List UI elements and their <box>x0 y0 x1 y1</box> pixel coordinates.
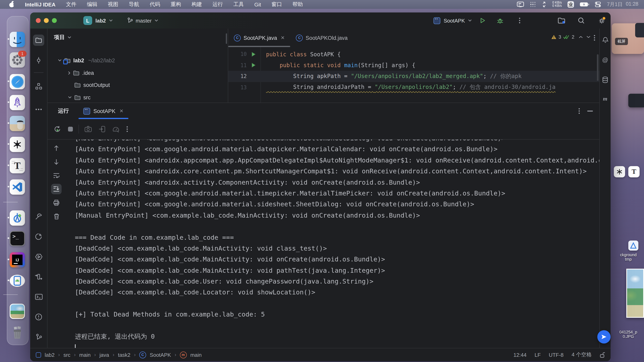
settings-button[interactable] <box>598 16 606 24</box>
run-gutter-icon[interactable] <box>247 63 260 68</box>
debug-button[interactable] <box>497 17 504 24</box>
breadcrumb-src[interactable]: src <box>64 352 70 358</box>
down-stacktrace-button[interactable] <box>51 156 62 167</box>
network-speed[interactable]: 0 KB/s0 KB/s <box>552 1 562 8</box>
profiler-gauge-button[interactable] <box>112 126 120 132</box>
grid-status-icon[interactable] <box>530 1 536 8</box>
menu-run[interactable]: 运行 <box>212 1 223 8</box>
dock-android-emulator[interactable] <box>10 273 25 288</box>
menu-code[interactable]: 代码 <box>150 1 160 8</box>
dock-safari[interactable] <box>10 74 25 89</box>
desktop-file-label[interactable]: ckgroundtmp <box>616 253 640 261</box>
dock-trash[interactable] <box>10 325 25 340</box>
dock-intellij[interactable]: IJ <box>10 252 25 268</box>
dock-chatgpt[interactable] <box>10 137 25 152</box>
menu-app-name[interactable]: IntelliJ IDEA <box>25 1 56 7</box>
breadcrumb-task2[interactable]: task2 <box>118 352 130 358</box>
indent-widget[interactable]: 4 个空格 <box>572 351 592 359</box>
prev-problem-icon[interactable] <box>579 36 583 38</box>
dock-preview-jar[interactable] <box>10 116 25 131</box>
menu-clock[interactable]: 7月1日 01:28 <box>607 1 638 8</box>
breadcrumb-main[interactable]: main <box>79 352 90 358</box>
structure-tool-button[interactable] <box>33 80 44 92</box>
problems-tool-button[interactable] <box>33 311 44 323</box>
tab-sootapk-java[interactable]: C SootAPK.java ✕ <box>228 28 290 47</box>
breadcrumb-java[interactable]: java <box>100 352 109 358</box>
soft-wrap-button[interactable] <box>51 170 62 181</box>
clear-console-button[interactable] <box>51 211 62 222</box>
dark-window-thumbnail[interactable] <box>628 94 644 107</box>
maven-button[interactable]: m <box>600 94 610 104</box>
dock-vscode[interactable] <box>10 179 25 195</box>
line-separator-widget[interactable]: LF <box>534 352 540 358</box>
dock-android-studio[interactable] <box>10 210 25 226</box>
menu-navigate[interactable]: 导航 <box>129 1 139 8</box>
tab-options-button[interactable] <box>594 34 595 41</box>
stage-typora-thumbnail[interactable]: T <box>628 166 640 177</box>
git-tool-button[interactable] <box>33 332 44 343</box>
control-center-icon[interactable] <box>595 1 601 7</box>
display-status-icon[interactable] <box>517 1 524 8</box>
code-viewport[interactable]: 10 public class SootAPK { 11 <box>228 47 599 103</box>
tree-item-idea[interactable]: .idea <box>68 67 94 78</box>
notifications-button[interactable] <box>600 35 610 45</box>
database-button[interactable] <box>600 75 610 84</box>
desktop-file-icon[interactable] <box>628 241 638 251</box>
services-tool-button[interactable] <box>33 251 44 262</box>
run-tab-sootapk[interactable]: SootAPK ✕ <box>78 103 128 119</box>
menu-refactor[interactable]: 重构 <box>171 1 181 8</box>
caret-position-widget[interactable]: 12:44 <box>514 352 526 358</box>
battery-icon[interactable] <box>580 2 589 7</box>
menu-help[interactable]: 帮助 <box>292 1 303 8</box>
readonly-lock-button[interactable] <box>600 352 605 358</box>
run-gutter-icon[interactable] <box>247 52 260 57</box>
dock-finder[interactable] <box>10 32 25 47</box>
input-method-icon[interactable]: 业 <box>568 1 574 8</box>
dump-threads-button[interactable] <box>98 126 106 132</box>
tree-item-lab2[interactable]: lab2 ~/lab2/lab2 <box>58 55 115 65</box>
tree-item-sootoutput[interactable]: sootOutput <box>74 80 110 90</box>
inspections-widget[interactable]: 3 2 <box>551 34 590 40</box>
stage-chatgpt-thumbnail[interactable] <box>614 166 625 177</box>
breadcrumb-method-main[interactable]: main <box>190 352 202 358</box>
rerun-button[interactable] <box>54 125 61 133</box>
dock-terminal[interactable]: >_ <box>10 231 25 246</box>
snapshot-button[interactable] <box>84 126 92 132</box>
more-actions-button[interactable] <box>519 17 520 24</box>
build-tool-button[interactable] <box>33 211 44 222</box>
floating-send-button[interactable] <box>597 330 610 344</box>
menu-git[interactable]: Git <box>254 1 261 7</box>
breadcrumb-lab2[interactable]: lab2 <box>45 352 54 358</box>
project-folder-button[interactable] <box>558 17 566 24</box>
terminal-tool-button[interactable] <box>33 291 44 303</box>
menu-window[interactable]: 窗口 <box>272 1 282 8</box>
menu-file[interactable]: 文件 <box>66 1 76 8</box>
project-tool-button[interactable] <box>33 34 44 46</box>
next-problem-icon[interactable] <box>586 36 590 38</box>
close-window-button[interactable] <box>36 18 41 23</box>
more-tool-windows-button[interactable] <box>33 104 44 115</box>
profiler-tool-button[interactable] <box>33 231 44 242</box>
run-button[interactable] <box>480 17 486 24</box>
project-panel-header[interactable]: 项目 <box>48 28 228 41</box>
zoom-window-button[interactable] <box>52 18 57 23</box>
endpoints-tool-button[interactable] <box>33 272 44 283</box>
tab-sootapkold-java[interactable]: C SootAPKOld.java <box>290 28 354 47</box>
dock-image-file[interactable] <box>10 304 25 319</box>
close-icon[interactable]: ✕ <box>281 35 285 41</box>
search-everywhere-button[interactable] <box>578 17 585 24</box>
scroll-to-end-button[interactable] <box>51 184 62 194</box>
minimize-tool-window-button[interactable] <box>587 110 593 112</box>
ai-assistant-button[interactable]: @ <box>600 55 610 64</box>
menu-edit[interactable]: 编辑 <box>87 1 98 8</box>
up-stacktrace-button[interactable] <box>51 143 62 153</box>
tree-item-src[interactable]: src <box>68 92 90 103</box>
encoding-widget[interactable]: UTF-8 <box>549 352 564 358</box>
dock-typora[interactable]: T <box>10 158 25 173</box>
network-arrows-icon[interactable] <box>542 1 546 8</box>
project-scrollbar[interactable] <box>226 33 227 44</box>
menu-build[interactable]: 构建 <box>192 1 202 8</box>
close-icon[interactable]: ✕ <box>120 108 124 114</box>
stop-button[interactable] <box>68 126 73 132</box>
menu-view[interactable]: 视图 <box>108 1 118 8</box>
